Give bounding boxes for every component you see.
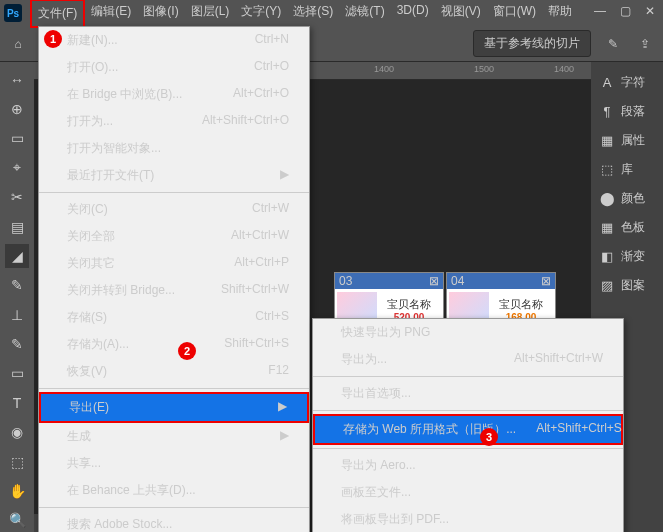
menu-item[interactable]: 新建(N)...Ctrl+N [39, 27, 309, 54]
panel-icon: ▦ [599, 133, 615, 149]
panel-渐变[interactable]: ◧渐变 [591, 242, 663, 271]
panel-icon: ⬤ [599, 191, 615, 207]
panel-字符[interactable]: A字符 [591, 68, 663, 97]
panel-段落[interactable]: ¶段落 [591, 97, 663, 126]
menu-item[interactable]: 共享... [39, 450, 309, 477]
home-icon[interactable]: ⌂ [8, 34, 28, 54]
tool-5[interactable]: ▤ [5, 215, 29, 238]
menu-item[interactable]: 生成▶ [39, 423, 309, 450]
panel-属性[interactable]: ▦属性 [591, 126, 663, 155]
menu-编辑[interactable]: 编辑(E) [85, 0, 137, 28]
app-logo: Ps [4, 4, 22, 22]
tool-9[interactable]: ✎ [5, 332, 29, 355]
tool-13[interactable]: ⬚ [5, 450, 29, 473]
annotation-badge-2: 2 [178, 342, 196, 360]
annotation-badge-3: 3 [480, 428, 498, 446]
tool-11[interactable]: T [5, 391, 29, 414]
menu-item: 画板至文件... [313, 479, 623, 506]
menu-item[interactable]: 打开(O)...Ctrl+O [39, 54, 309, 81]
menu-选择[interactable]: 选择(S) [287, 0, 339, 28]
menu-图层[interactable]: 图层(L) [185, 0, 236, 28]
minimize-icon: — [594, 4, 606, 18]
tools-panel: ↔⊕▭⌖✂▤◢✎⊥✎▭T◉⬚✋🔍 [0, 62, 34, 532]
menu-item[interactable]: 恢复(V)F12 [39, 358, 309, 385]
menu-item[interactable]: 快速导出为 PNG [313, 319, 623, 346]
menu-item[interactable]: 关闭并转到 Bridge...Shift+Ctrl+W [39, 277, 309, 304]
menu-item[interactable]: 搜索 Adobe Stock... [39, 511, 309, 532]
tool-2[interactable]: ▭ [5, 127, 29, 150]
panel-icon: ¶ [599, 104, 615, 120]
panel-icon: ◧ [599, 249, 615, 265]
menu-item[interactable]: 存储为(A)...Shift+Ctrl+S [39, 331, 309, 358]
close-icon: ✕ [645, 4, 655, 18]
annotation-badge-1: 1 [44, 30, 62, 48]
menu-文字[interactable]: 文字(Y) [235, 0, 287, 28]
menu-item[interactable]: 最近打开文件(T)▶ [39, 162, 309, 189]
panel-icon: ⬚ [599, 162, 615, 178]
maximize-icon: ▢ [620, 4, 631, 18]
menu-item[interactable]: 导出首选项... [313, 380, 623, 407]
menubar: Ps 文件(F)编辑(E)图像(I)图层(L)文字(Y)选择(S)滤镜(T)3D… [0, 0, 663, 26]
slice-button[interactable]: 基于参考线的切片 [473, 30, 591, 57]
menu-item[interactable]: 导出为...Alt+Shift+Ctrl+W [313, 346, 623, 373]
share-icon[interactable]: ⇪ [635, 34, 655, 54]
panel-icon: ▨ [599, 278, 615, 294]
menu-item[interactable]: 导出(E)▶ [39, 392, 309, 423]
tool-4[interactable]: ✂ [5, 186, 29, 209]
menu-窗口[interactable]: 窗口(W) [487, 0, 542, 28]
menu-图像[interactable]: 图像(I) [137, 0, 184, 28]
menu-item[interactable]: 存储为 Web 所用格式（旧版）...Alt+Shift+Ctrl+S [313, 414, 623, 445]
menu-3D[interactable]: 3D(D) [391, 0, 435, 28]
menu-item[interactable]: 关闭(C)Ctrl+W [39, 196, 309, 223]
tool-8[interactable]: ⊥ [5, 303, 29, 326]
tool-6[interactable]: ◢ [5, 244, 29, 267]
menu-帮助[interactable]: 帮助 [542, 0, 578, 28]
tool-0[interactable]: ↔ [5, 68, 29, 91]
menu-文件[interactable]: 文件(F) [30, 0, 85, 28]
edit-icon[interactable]: ✎ [603, 34, 623, 54]
menu-item[interactable]: 关闭全部Alt+Ctrl+W [39, 223, 309, 250]
menu-视图[interactable]: 视图(V) [435, 0, 487, 28]
tool-3[interactable]: ⌖ [5, 156, 29, 179]
menu-item[interactable]: 导出为 Aero... [313, 452, 623, 479]
panel-色板[interactable]: ▦色板 [591, 213, 663, 242]
tool-12[interactable]: ◉ [5, 421, 29, 444]
export-submenu-dropdown: 快速导出为 PNG导出为...Alt+Shift+Ctrl+W导出首选项...存… [312, 318, 624, 532]
tool-14[interactable]: ✋ [5, 479, 29, 502]
panel-图案[interactable]: ▨图案 [591, 271, 663, 300]
panel-icon: ▦ [599, 220, 615, 236]
tool-10[interactable]: ▭ [5, 362, 29, 385]
panel-icon: A [599, 75, 615, 91]
file-menu-dropdown: 新建(N)...Ctrl+N打开(O)...Ctrl+O在 Bridge 中浏览… [38, 26, 310, 532]
menu-item: 在 Behance 上共享(D)... [39, 477, 309, 504]
menu-item[interactable]: 存储(S)Ctrl+S [39, 304, 309, 331]
menu-滤镜[interactable]: 滤镜(T) [339, 0, 390, 28]
panel-库[interactable]: ⬚库 [591, 155, 663, 184]
window-controls[interactable]: —▢✕ [594, 4, 655, 18]
tool-7[interactable]: ✎ [5, 274, 29, 297]
panel-颜色[interactable]: ⬤颜色 [591, 184, 663, 213]
menu-item[interactable]: 打开为...Alt+Shift+Ctrl+O [39, 108, 309, 135]
tool-15[interactable]: 🔍 [5, 509, 29, 532]
menu-item: 关闭其它Alt+Ctrl+P [39, 250, 309, 277]
menu-item[interactable]: 在 Bridge 中浏览(B)...Alt+Ctrl+O [39, 81, 309, 108]
menu-item[interactable]: 打开为智能对象... [39, 135, 309, 162]
tool-1[interactable]: ⊕ [5, 97, 29, 120]
menu-item: 将画板导出到 PDF... [313, 506, 623, 532]
